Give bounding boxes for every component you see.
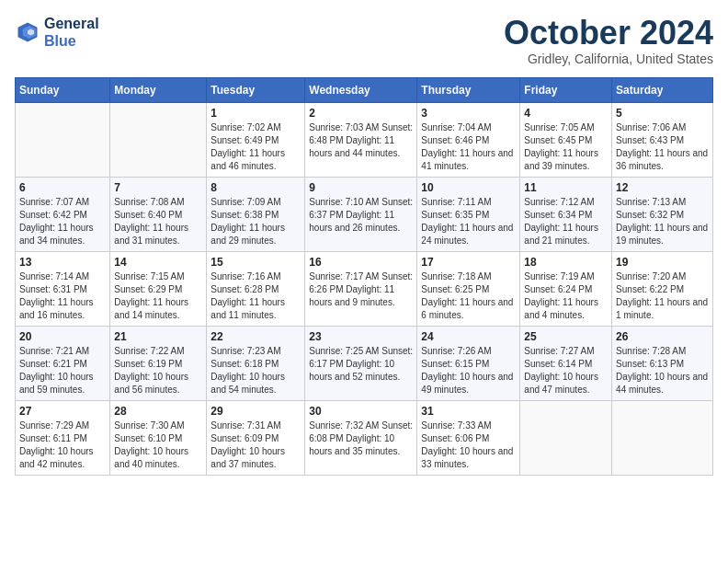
calendar-cell: 13Sunrise: 7:14 AM Sunset: 6:31 PM Dayli… [16, 251, 110, 326]
day-info: Sunrise: 7:02 AM Sunset: 6:49 PM Dayligh… [210, 121, 301, 173]
day-number: 18 [524, 256, 608, 269]
calendar-cell: 19Sunrise: 7:20 AM Sunset: 6:22 PM Dayli… [612, 251, 713, 326]
calendar-cell: 3Sunrise: 7:04 AM Sunset: 6:46 PM Daylig… [417, 102, 520, 177]
day-number: 8 [210, 181, 301, 194]
day-number: 9 [309, 181, 413, 194]
day-info: Sunrise: 7:21 AM Sunset: 6:21 PM Dayligh… [19, 345, 106, 396]
day-info: Sunrise: 7:28 AM Sunset: 6:13 PM Dayligh… [616, 345, 709, 396]
day-number: 2 [309, 107, 413, 120]
logo-text: General Blue [44, 15, 99, 50]
day-number: 30 [309, 405, 413, 418]
day-number: 26 [616, 330, 709, 343]
day-number: 15 [210, 256, 301, 269]
day-info: Sunrise: 7:06 AM Sunset: 6:43 PM Dayligh… [616, 121, 709, 173]
calendar-cell: 10Sunrise: 7:11 AM Sunset: 6:35 PM Dayli… [417, 177, 520, 251]
day-number: 3 [421, 107, 516, 120]
day-info: Sunrise: 7:09 AM Sunset: 6:38 PM Dayligh… [210, 196, 301, 247]
calendar-cell: 2Sunrise: 7:03 AM Sunset: 6:48 PM Daylig… [305, 102, 417, 177]
day-number: 27 [19, 405, 106, 418]
day-info: Sunrise: 7:17 AM Sunset: 6:26 PM Dayligh… [309, 270, 413, 309]
day-number: 28 [114, 405, 202, 418]
day-number: 19 [616, 256, 709, 269]
day-number: 31 [421, 405, 516, 418]
day-info: Sunrise: 7:14 AM Sunset: 6:31 PM Dayligh… [19, 270, 106, 322]
day-number: 17 [421, 256, 516, 269]
day-number: 10 [421, 181, 516, 194]
month-title: October 2024 [504, 15, 713, 52]
calendar-cell: 23Sunrise: 7:25 AM Sunset: 6:17 PM Dayli… [305, 326, 417, 400]
calendar-cell: 14Sunrise: 7:15 AM Sunset: 6:29 PM Dayli… [110, 251, 207, 326]
calendar-cell [520, 400, 612, 475]
day-info: Sunrise: 7:26 AM Sunset: 6:15 PM Dayligh… [421, 345, 516, 396]
calendar-cell: 27Sunrise: 7:29 AM Sunset: 6:11 PM Dayli… [16, 400, 110, 475]
calendar-cell: 22Sunrise: 7:23 AM Sunset: 6:18 PM Dayli… [207, 326, 305, 400]
day-info: Sunrise: 7:32 AM Sunset: 6:08 PM Dayligh… [309, 419, 413, 458]
header-tuesday: Tuesday [207, 77, 305, 102]
title-block: October 2024 Gridley, California, United… [504, 15, 713, 66]
day-info: Sunrise: 7:20 AM Sunset: 6:22 PM Dayligh… [616, 270, 709, 322]
week-row-5: 27Sunrise: 7:29 AM Sunset: 6:11 PM Dayli… [16, 400, 713, 475]
day-info: Sunrise: 7:11 AM Sunset: 6:35 PM Dayligh… [421, 196, 516, 247]
week-row-2: 6Sunrise: 7:07 AM Sunset: 6:42 PM Daylig… [16, 177, 713, 251]
day-number: 5 [616, 107, 709, 120]
day-info: Sunrise: 7:03 AM Sunset: 6:48 PM Dayligh… [309, 121, 413, 160]
logo: General Blue [15, 15, 99, 50]
calendar-cell: 29Sunrise: 7:31 AM Sunset: 6:09 PM Dayli… [207, 400, 305, 475]
location: Gridley, California, United States [504, 52, 713, 66]
calendar-cell: 25Sunrise: 7:27 AM Sunset: 6:14 PM Dayli… [520, 326, 612, 400]
day-info: Sunrise: 7:29 AM Sunset: 6:11 PM Dayligh… [19, 419, 106, 471]
calendar-cell: 15Sunrise: 7:16 AM Sunset: 6:28 PM Dayli… [207, 251, 305, 326]
day-number: 6 [19, 181, 106, 194]
calendar-cell: 28Sunrise: 7:30 AM Sunset: 6:10 PM Dayli… [110, 400, 207, 475]
header-row: SundayMondayTuesdayWednesdayThursdayFrid… [16, 77, 713, 102]
header-saturday: Saturday [612, 77, 713, 102]
calendar-cell: 24Sunrise: 7:26 AM Sunset: 6:15 PM Dayli… [417, 326, 520, 400]
calendar-cell: 12Sunrise: 7:13 AM Sunset: 6:32 PM Dayli… [612, 177, 713, 251]
calendar-cell: 7Sunrise: 7:08 AM Sunset: 6:40 PM Daylig… [110, 177, 207, 251]
header-thursday: Thursday [417, 77, 520, 102]
day-info: Sunrise: 7:18 AM Sunset: 6:25 PM Dayligh… [421, 270, 516, 322]
calendar-cell: 8Sunrise: 7:09 AM Sunset: 6:38 PM Daylig… [207, 177, 305, 251]
logo-icon [15, 19, 40, 45]
day-number: 4 [524, 107, 608, 120]
calendar-cell [16, 102, 110, 177]
calendar-cell: 5Sunrise: 7:06 AM Sunset: 6:43 PM Daylig… [612, 102, 713, 177]
week-row-4: 20Sunrise: 7:21 AM Sunset: 6:21 PM Dayli… [16, 326, 713, 400]
day-number: 14 [114, 256, 202, 269]
day-info: Sunrise: 7:12 AM Sunset: 6:34 PM Dayligh… [524, 196, 608, 247]
day-info: Sunrise: 7:08 AM Sunset: 6:40 PM Dayligh… [114, 196, 202, 247]
day-info: Sunrise: 7:22 AM Sunset: 6:19 PM Dayligh… [114, 345, 202, 396]
day-info: Sunrise: 7:27 AM Sunset: 6:14 PM Dayligh… [524, 345, 608, 396]
day-info: Sunrise: 7:10 AM Sunset: 6:37 PM Dayligh… [309, 196, 413, 235]
calendar-cell: 1Sunrise: 7:02 AM Sunset: 6:49 PM Daylig… [207, 102, 305, 177]
day-number: 13 [19, 256, 106, 269]
day-number: 16 [309, 256, 413, 269]
week-row-3: 13Sunrise: 7:14 AM Sunset: 6:31 PM Dayli… [16, 251, 713, 326]
calendar-cell [612, 400, 713, 475]
day-info: Sunrise: 7:15 AM Sunset: 6:29 PM Dayligh… [114, 270, 202, 322]
day-info: Sunrise: 7:30 AM Sunset: 6:10 PM Dayligh… [114, 419, 202, 471]
day-number: 22 [210, 330, 301, 343]
day-number: 23 [309, 330, 413, 343]
day-number: 24 [421, 330, 516, 343]
header-wednesday: Wednesday [305, 77, 417, 102]
day-number: 21 [114, 330, 202, 343]
calendar-cell: 17Sunrise: 7:18 AM Sunset: 6:25 PM Dayli… [417, 251, 520, 326]
day-number: 29 [210, 405, 301, 418]
calendar-table: SundayMondayTuesdayWednesdayThursdayFrid… [15, 77, 713, 476]
calendar-cell: 9Sunrise: 7:10 AM Sunset: 6:37 PM Daylig… [305, 177, 417, 251]
day-number: 11 [524, 181, 608, 194]
day-number: 12 [616, 181, 709, 194]
day-number: 20 [19, 330, 106, 343]
header-monday: Monday [110, 77, 207, 102]
day-info: Sunrise: 7:05 AM Sunset: 6:45 PM Dayligh… [524, 121, 608, 173]
calendar-cell: 11Sunrise: 7:12 AM Sunset: 6:34 PM Dayli… [520, 177, 612, 251]
day-info: Sunrise: 7:31 AM Sunset: 6:09 PM Dayligh… [210, 419, 301, 471]
calendar-cell: 16Sunrise: 7:17 AM Sunset: 6:26 PM Dayli… [305, 251, 417, 326]
calendar-cell: 4Sunrise: 7:05 AM Sunset: 6:45 PM Daylig… [520, 102, 612, 177]
day-info: Sunrise: 7:33 AM Sunset: 6:06 PM Dayligh… [421, 419, 516, 471]
page-header: General Blue October 2024 Gridley, Calif… [15, 15, 713, 66]
day-info: Sunrise: 7:23 AM Sunset: 6:18 PM Dayligh… [210, 345, 301, 396]
day-info: Sunrise: 7:07 AM Sunset: 6:42 PM Dayligh… [19, 196, 106, 247]
header-friday: Friday [520, 77, 612, 102]
